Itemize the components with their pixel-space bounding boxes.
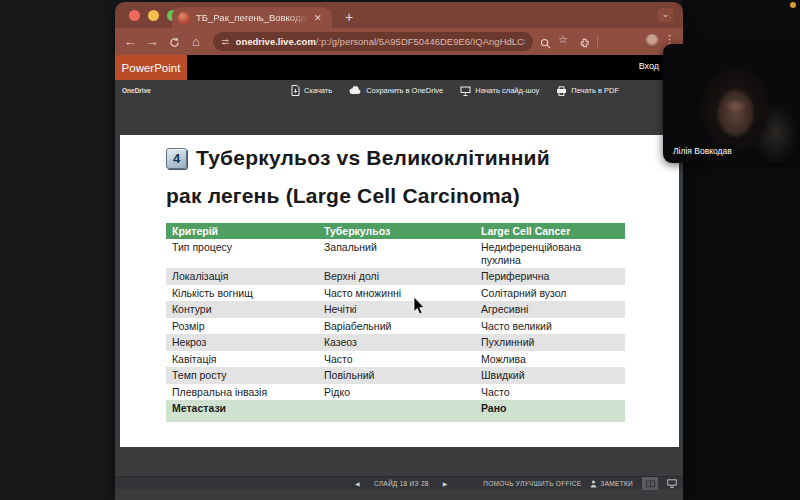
slide-canvas: 4 Туберкульоз vs Великоклітинний рак лег… <box>120 135 679 447</box>
table-cell: Солітарний вузол <box>475 285 625 302</box>
table-cell: Запальний <box>318 239 475 268</box>
address-bar[interactable]: onedrive.live.com/:p:/g/personal/5A95DF5… <box>213 32 533 51</box>
powerpoint-header: PowerPoint Вход <box>115 55 683 80</box>
close-window-button[interactable] <box>129 10 140 21</box>
extensions-puzzle-icon[interactable] <box>579 35 590 53</box>
table-cell: Пухлинний <box>475 334 625 351</box>
powerpoint-logo: PowerPoint <box>115 55 187 80</box>
slide-number-badge: 4 <box>166 148 187 169</box>
powerpoint-favicon-icon <box>178 12 190 24</box>
download-label: Скачать <box>304 86 332 95</box>
browser-tab[interactable]: ТБ_Рак_легень_ВовкодавЛ ✕ <box>172 7 332 28</box>
table-row: Тип процесуЗапальнийНедиференційована пу… <box>166 239 625 268</box>
close-tab-icon[interactable]: ✕ <box>314 13 322 23</box>
table-cell: Часто <box>475 384 625 401</box>
browser-tab-bar: ТБ_Рак_легень_ВовкодавЛ ✕ + ⌄ <box>115 2 683 28</box>
table-row: Плевральна інвазіяРідкоЧасто <box>166 384 625 401</box>
table-header: Туберкульоз <box>318 223 475 239</box>
signin-button[interactable]: Вход <box>639 61 659 71</box>
table-cell: Агресивні <box>475 301 625 318</box>
toolbar-divider <box>597 35 598 48</box>
print-pdf-label: Печать в PDF <box>571 86 619 95</box>
bookmark-star-icon[interactable]: ☆ <box>558 33 568 46</box>
reading-view-icon <box>646 480 655 488</box>
download-button[interactable]: Скачать <box>291 85 332 96</box>
table-cell: Рідко <box>318 384 475 401</box>
table-row: КонтуриНечіткіАгресивні <box>166 301 625 318</box>
url-text: onedrive.live.com/:p:/g/personal/5A95DF5… <box>236 36 525 47</box>
reading-view-button[interactable] <box>642 477 658 490</box>
table-cell: Можлива <box>475 351 625 368</box>
notes-button[interactable]: ЗАМЕТКИ <box>590 480 633 488</box>
zoom-page-icon[interactable] <box>540 35 551 53</box>
window-controls <box>129 10 178 21</box>
table-cell: Контури <box>166 301 318 318</box>
tab-title: ТБ_Рак_легень_ВовкодавЛ <box>196 12 308 23</box>
browser-toolbar: ← → ⌂ onedrive.live.com/:p:/g/personal/5… <box>115 28 683 55</box>
print-pdf-button[interactable]: Печать в PDF <box>556 86 619 96</box>
table-header-row: Критерій Туберкульоз Large Cell Cancer <box>166 223 625 239</box>
table-cell: Часто <box>318 351 475 368</box>
save-onedrive-button[interactable]: Сохранить в OneDrive <box>349 86 443 95</box>
table-row: РозмірВаріабельнийЧасто великий <box>166 318 625 335</box>
url-host: onedrive.live.com <box>236 36 316 47</box>
slide-title-line1: Туберкульоз vs Великоклітинний <box>196 146 550 170</box>
start-slideshow-button[interactable]: Начать слайд-шоу <box>460 86 539 96</box>
start-slideshow-label: Начать слайд-шоу <box>475 86 539 95</box>
home-button[interactable]: ⌂ <box>185 34 207 49</box>
forward-button[interactable]: → <box>141 34 163 49</box>
table-header: Критерій <box>166 223 318 239</box>
slide-title-line2: рак легень (Large Cell Carcinoma) <box>166 184 520 208</box>
slide-workspace: 4 Туберкульоз vs Великоклітинний рак лег… <box>115 101 683 489</box>
table-cell: Локалізація <box>166 268 318 285</box>
table-cell: Верхні долі <box>318 268 475 285</box>
next-slide-button[interactable]: ▶ <box>443 480 448 487</box>
table-cell: Периферична <box>475 268 625 285</box>
new-tab-button[interactable]: + <box>345 8 353 26</box>
table-row: Кількість вогнищЧасто множинніСолітарний… <box>166 285 625 302</box>
back-button[interactable]: ← <box>119 34 141 49</box>
notes-label: ЗАМЕТКИ <box>600 480 633 487</box>
table-cell: Кавітація <box>166 351 318 368</box>
slideshow-view-icon <box>667 479 677 488</box>
table-cell: Повільний <box>318 367 475 384</box>
browser-window: ТБ_Рак_легень_ВовкодавЛ ✕ + ⌄ ← → ⌂ oned… <box>115 2 683 500</box>
table-row: МетастазиРано <box>166 400 625 422</box>
printer-icon <box>556 86 567 96</box>
table-cell: Некроз <box>166 334 318 351</box>
cloud-icon <box>349 86 362 95</box>
profile-avatar[interactable] <box>645 34 659 48</box>
video-call-tile[interactable]: Лілія Вовкодав <box>663 44 800 163</box>
command-bar: OneDrive Скачать Сохранить в OneDrive На… <box>115 80 683 101</box>
table-cell: Нечіткі <box>318 301 475 318</box>
table-cell: Кількість вогнищ <box>166 285 318 302</box>
table-cell: Недиференційована пухлина <box>475 239 625 268</box>
url-path: /:p:/g/personal/5A95DF50446DE9E6/IQAngHd… <box>316 36 525 47</box>
site-settings-icon[interactable] <box>221 37 230 47</box>
previous-slide-button[interactable]: ◀ <box>355 480 360 487</box>
comparison-table: Критерій Туберкульоз Large Cell Cancer Т… <box>166 223 625 422</box>
download-icon <box>291 85 300 96</box>
minimize-window-button[interactable] <box>148 10 159 21</box>
reload-button[interactable] <box>163 34 185 49</box>
table-row: ЛокалізаціяВерхні доліПериферична <box>166 268 625 285</box>
table-cell: Швидкий <box>475 367 625 384</box>
table-row: НекрозКазеозПухлинний <box>166 334 625 351</box>
improve-office-link[interactable]: ПОМОЧЬ УЛУЧШИТЬ OFFICE <box>483 480 581 487</box>
table-cell <box>318 400 475 422</box>
table-cell: Варіабельний <box>318 318 475 335</box>
slideshow-icon <box>460 86 471 96</box>
mouse-cursor-icon <box>413 297 425 315</box>
table-row: Темп ростуПовільнийШвидкий <box>166 367 625 384</box>
table-cell: Часто множинні <box>318 285 475 302</box>
table-cell: Розмір <box>166 318 318 335</box>
table-header: Large Cell Cancer <box>475 223 625 239</box>
table-cell: Плевральна інвазія <box>166 384 318 401</box>
table-body: Тип процесуЗапальнийНедиференційована пу… <box>166 239 625 422</box>
table-row: КавітаціяЧастоМожлива <box>166 351 625 368</box>
table-cell: Темп росту <box>166 367 318 384</box>
slideshow-view-button[interactable] <box>667 479 677 489</box>
table-cell: Тип процесу <box>166 239 318 268</box>
tab-search-chevron-icon[interactable]: ⌄ <box>658 8 673 22</box>
notes-icon <box>590 480 597 488</box>
